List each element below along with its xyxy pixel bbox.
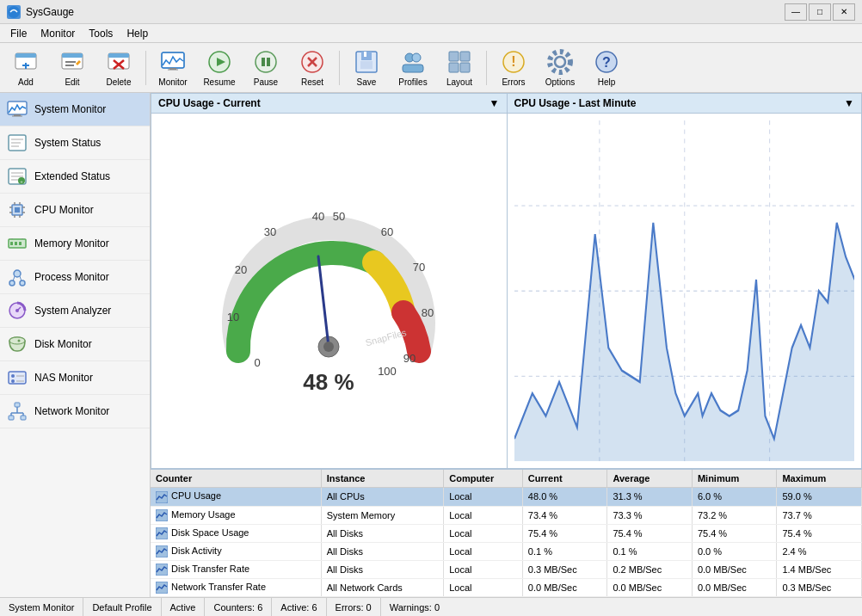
add-button[interactable]: Add xyxy=(3,46,48,90)
process-monitor-icon xyxy=(7,267,28,287)
cell-average: 31.3 % xyxy=(607,488,693,506)
svg-rect-13 xyxy=(162,52,184,68)
resume-button[interactable]: Resume xyxy=(197,46,242,90)
resume-label: Resume xyxy=(203,77,235,87)
svg-point-38 xyxy=(555,57,565,67)
sidebar-item-memory-monitor[interactable]: Memory Monitor xyxy=(0,227,150,261)
monitor-button[interactable]: Monitor xyxy=(151,46,195,90)
cell-average: 75.4 % xyxy=(607,524,693,542)
table-row[interactable]: CPU Usage All CPUs Local 48.0 % 31.3 % 6… xyxy=(151,488,862,506)
data-table-area: Counter Instance Computer Current Averag… xyxy=(151,469,862,597)
sidebar-item-system-analyzer[interactable]: System Analyzer xyxy=(0,294,150,328)
sidebar-item-network-monitor[interactable]: Network Monitor xyxy=(0,395,150,428)
status-bar: System Monitor Default Profile Active Co… xyxy=(0,597,862,616)
menu-tools[interactable]: Tools xyxy=(82,26,120,41)
svg-point-39 xyxy=(550,52,570,72)
cell-computer: Local xyxy=(444,506,523,524)
maximize-button[interactable]: □ xyxy=(809,3,831,21)
cpu-lastminute-body xyxy=(508,114,862,468)
cpu-monitor-icon xyxy=(7,200,28,220)
cpu-current-panel: CPU Usage - Current ▼ xyxy=(151,93,507,469)
cell-current: 0.3 MB/Sec xyxy=(522,560,607,578)
table-row[interactable]: Disk Activity All Disks Local 0.1 % 0.1 … xyxy=(151,542,862,560)
help-button[interactable]: ? Help xyxy=(584,46,629,90)
layout-button[interactable]: Layout xyxy=(437,46,482,90)
status-warnings-label: Warnings: 0 xyxy=(390,602,440,613)
monitor-label: Monitor xyxy=(158,77,187,87)
cell-minimum: 75.4 % xyxy=(692,524,777,542)
sidebar-label-system-status: System Status xyxy=(34,137,101,149)
cpu-lastminute-header: CPU Usage - Last Minute ▼ xyxy=(508,94,862,114)
status-profile-label: Default Profile xyxy=(92,602,151,613)
cell-maximum: 1.4 MB/Sec xyxy=(777,560,862,578)
table-row[interactable]: Network Transfer Rate All Network Cards … xyxy=(151,578,862,596)
col-counter: Counter xyxy=(151,470,321,488)
close-button[interactable]: ✕ xyxy=(833,3,855,21)
svg-rect-68 xyxy=(19,242,22,245)
status-monitor-label: System Monitor xyxy=(9,602,74,613)
options-button[interactable]: Options xyxy=(538,46,582,90)
menu-file[interactable]: File xyxy=(3,26,34,41)
layout-label: Layout xyxy=(446,77,472,87)
sidebar-label-disk-monitor: Disk Monitor xyxy=(34,338,92,350)
svg-point-0 xyxy=(8,6,20,18)
svg-point-73 xyxy=(20,280,25,286)
content-area: CPU Usage - Current ▼ xyxy=(151,93,862,597)
table-row[interactable]: Disk Space Usage All Disks Local 75.4 % … xyxy=(151,524,862,542)
sidebar-item-process-monitor[interactable]: Process Monitor xyxy=(0,261,150,294)
sidebar-item-system-monitor[interactable]: System Monitor xyxy=(0,93,150,126)
add-label: Add xyxy=(18,77,34,87)
svg-rect-2 xyxy=(15,53,36,58)
cell-minimum: 6.0 % xyxy=(692,488,777,506)
cell-counter: CPU Usage xyxy=(151,488,321,506)
delete-button[interactable]: Delete xyxy=(96,46,141,90)
cell-current: 73.4 % xyxy=(522,506,607,524)
menu-help[interactable]: Help xyxy=(120,26,155,41)
cell-instance: All Disks xyxy=(321,524,444,542)
system-analyzer-icon xyxy=(7,300,28,321)
reset-icon xyxy=(299,48,326,76)
minimize-button[interactable]: — xyxy=(785,3,807,21)
sidebar-item-disk-monitor[interactable]: Disk Monitor xyxy=(0,328,150,361)
menu-monitor[interactable]: Monitor xyxy=(34,26,82,41)
svg-text:100: 100 xyxy=(378,365,397,378)
status-counters-label: Counters: 6 xyxy=(213,602,262,613)
errors-button[interactable]: ! Errors xyxy=(491,46,536,90)
sidebar-item-extended-status[interactable]: + Extended Status xyxy=(0,160,150,194)
charts-row: CPU Usage - Current ▼ xyxy=(151,93,862,469)
table-row[interactable]: Memory Usage System Memory Local 73.4 % … xyxy=(151,506,862,524)
edit-button[interactable]: Edit xyxy=(50,46,95,90)
svg-point-81 xyxy=(18,340,21,342)
svg-text:70: 70 xyxy=(413,261,425,274)
cpu-current-title: CPU Usage - Current xyxy=(158,97,261,109)
svg-rect-67 xyxy=(15,242,17,245)
svg-point-83 xyxy=(11,374,15,378)
cpu-lastminute-menu-icon[interactable]: ▼ xyxy=(844,97,854,109)
col-current: Current xyxy=(522,470,607,488)
cell-current: 0.0 MB/Sec xyxy=(522,578,607,596)
cell-computer: Local xyxy=(444,578,523,596)
extended-status-icon: + xyxy=(7,166,28,187)
help-label: Help xyxy=(598,77,616,87)
profiles-label: Profiles xyxy=(398,77,427,87)
save-button[interactable]: Save xyxy=(344,46,389,90)
cell-counter: Disk Space Usage xyxy=(151,524,321,542)
cpu-current-menu-icon[interactable]: ▼ xyxy=(489,97,500,109)
sidebar-item-nas-monitor[interactable]: NAS Monitor xyxy=(0,361,150,395)
window-controls: — □ ✕ xyxy=(785,3,855,21)
cell-instance: All Disks xyxy=(321,542,444,560)
profiles-button[interactable]: Profiles xyxy=(391,46,435,90)
cell-average: 0.0 MB/Sec xyxy=(607,578,693,596)
cell-computer: Local xyxy=(444,488,523,506)
status-profile: Default Profile xyxy=(83,598,161,616)
system-monitor-icon xyxy=(7,99,28,120)
pause-button[interactable]: Pause xyxy=(243,46,288,90)
title-bar: SysGauge — □ ✕ xyxy=(0,0,862,24)
svg-text:20: 20 xyxy=(235,263,247,276)
sidebar-item-cpu-monitor[interactable]: CPU Monitor xyxy=(0,194,150,227)
sidebar-item-system-status[interactable]: System Status xyxy=(0,126,150,160)
status-state-label: Active xyxy=(170,602,196,613)
gauge-svg: 0 10 20 30 40 50 60 70 80 90 100 xyxy=(191,170,466,411)
reset-button[interactable]: Reset xyxy=(290,46,335,90)
table-row[interactable]: Disk Transfer Rate All Disks Local 0.3 M… xyxy=(151,560,862,578)
